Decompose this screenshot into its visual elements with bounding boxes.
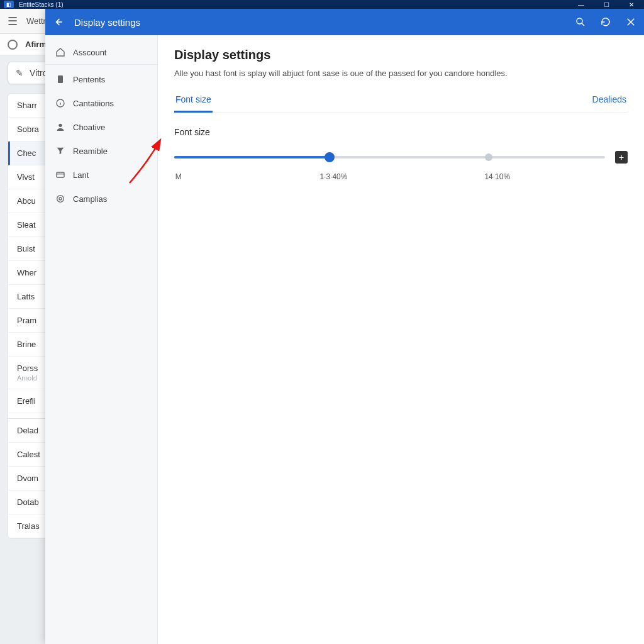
nav-item-choative[interactable]: Choative [45,115,157,139]
nav-item-pentents[interactable]: Pentents [45,67,157,91]
settings-content: Display settings Alle you hast font is s… [158,35,644,644]
filter-icon[interactable] [8,40,18,50]
nav-label: Choative [73,123,105,132]
slider-tick [485,153,492,161]
overlay-header: Display settings [45,9,644,35]
close-icon[interactable] [625,16,636,28]
overlay-body: Asscount Pentents Cantatiions Choative R… [45,35,644,644]
svg-point-3 [58,124,62,127]
app-main: ☰ Wettr Afirm ✎ Vitrot Sharr Sobra Chec … [0,9,644,644]
font-size-slider-row: + [174,148,628,166]
svg-point-0 [577,18,582,24]
compose-pencil-icon: ✎ [16,68,23,78]
section-label: Font size [174,127,628,137]
target-icon [55,194,65,204]
overlay-title: Display settings [74,17,140,28]
tab-dealieds[interactable]: Dealieds [591,94,628,113]
funnel-icon [55,146,65,156]
refresh-icon[interactable] [600,16,611,28]
window-close-button[interactable]: ✕ [619,0,644,9]
svg-rect-4 [57,172,64,177]
content-tabs: Font size Dealieds [174,94,628,113]
window-maximize-button[interactable]: ☐ [594,0,619,9]
file-icon [55,74,65,84]
nav-item-camplias[interactable]: Camplias [45,187,157,211]
slider-mark-min: M [175,172,182,181]
nav-label: Lant [73,170,89,180]
window-titlebar: ◧ EntiteStacks (1) — ☐ ✕ [0,0,644,9]
tab-font-size[interactable]: Font size [174,94,213,113]
slider-knob[interactable] [325,152,335,162]
svg-rect-1 [58,75,63,83]
app-logo-icon: ◧ [4,1,14,8]
slider-track-fill [174,156,330,158]
window-minimize-button[interactable]: — [569,0,594,9]
info-icon [55,98,65,108]
back-arrow-icon[interactable] [52,16,64,28]
filter-tab-label[interactable]: Afirm [25,40,47,49]
toolbar-label: Wettr [26,16,46,26]
slider-mark-max: 14·10% [484,172,510,181]
search-icon[interactable] [575,16,586,28]
nav-label: Pentents [73,75,105,84]
nav-item-reamible[interactable]: Reamible [45,139,157,163]
nav-label: Reamible [73,147,108,156]
card-icon [55,170,65,180]
svg-point-5 [57,196,64,203]
page-description: Alle you hast font is splay will abjuct … [174,69,628,78]
settings-nav: Asscount Pentents Cantatiions Choative R… [45,35,158,644]
page-heading: Display settings [174,48,628,62]
slider-plus-button[interactable]: + [615,151,628,164]
font-size-slider[interactable] [174,148,605,166]
slider-mark-mid: 1·3·40% [319,172,347,181]
nav-item-lant[interactable]: Lant [45,163,157,187]
nav-label: Asscount [73,48,106,57]
nav-label: Cantatiions [73,99,114,108]
nav-label: Camplias [73,194,107,204]
window-title: EntiteStacks (1) [19,1,64,8]
settings-overlay: Display settings Asscount [45,9,644,644]
svg-point-6 [59,197,62,200]
nav-item-account[interactable]: Asscount [45,40,157,65]
hamburger-menu-icon[interactable]: ☰ [8,14,18,28]
nav-item-cantations[interactable]: Cantatiions [45,91,157,115]
person-icon [55,122,65,132]
home-icon [55,47,65,57]
